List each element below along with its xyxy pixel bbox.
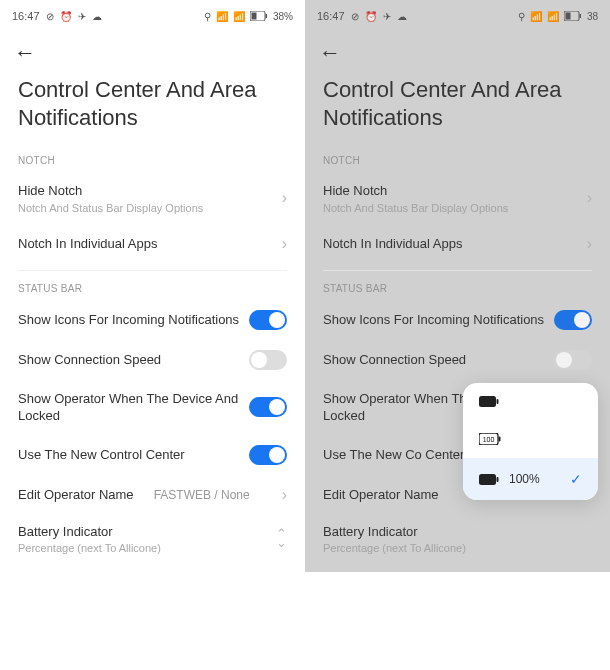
wifi-icon: 📶 — [233, 11, 245, 22]
svg-text:100: 100 — [483, 436, 495, 443]
status-right: ⚲ 📶 📶 38% — [204, 11, 293, 22]
cloud-icon: ☁ — [397, 11, 407, 22]
svg-rect-12 — [497, 477, 499, 482]
edit-operator-label: Edit Operator Name — [18, 486, 134, 504]
svg-rect-6 — [479, 396, 496, 407]
battery-indicator-popup: 100 100% ✓ — [463, 383, 598, 500]
page-title: Control Center And Area Notifications — [18, 76, 287, 131]
battery-indicator-label: Battery Indicator — [323, 523, 592, 541]
status-right: ⚲ 📶 📶 38 — [518, 11, 598, 22]
battery-indicator-row[interactable]: Battery Indicator Percentage (next To Al… — [305, 515, 610, 573]
show-icons-row[interactable]: Show Icons For Incoming Notifications — [0, 300, 305, 340]
hide-notch-row[interactable]: Hide Notch Notch And Status Bar Display … — [305, 172, 610, 224]
screen-left: 16:47 ⊘ ⏰ ✈ ☁ ⚲ 📶 📶 38% ← Control Center… — [0, 0, 305, 572]
hide-notch-sub: Notch And Status Bar Display Options — [323, 202, 579, 214]
chevron-right-icon: › — [587, 235, 592, 253]
notch-individual-row[interactable]: Notch In Individual Apps › — [305, 224, 610, 264]
hide-notch-row[interactable]: Hide Notch Notch And Status Bar Display … — [0, 172, 305, 224]
hide-notch-label: Hide Notch — [323, 182, 579, 200]
battery-indicator-label: Battery Indicator — [18, 523, 276, 541]
back-arrow-icon[interactable]: ← — [319, 40, 341, 65]
show-icons-toggle[interactable] — [249, 310, 287, 330]
battery-pct: 38 — [587, 11, 598, 22]
conn-speed-toggle[interactable] — [249, 350, 287, 370]
svg-rect-4 — [565, 13, 570, 20]
edit-operator-label: Edit Operator Name — [323, 486, 439, 504]
notch-individual-row[interactable]: Notch In Individual Apps › — [0, 224, 305, 264]
popup-option-text: 100% — [509, 472, 540, 486]
operator-locked-row[interactable]: Show Operator When The Device And Locked — [0, 380, 305, 435]
notch-individual-label: Notch In Individual Apps — [18, 235, 274, 253]
telegram-icon: ✈ — [78, 11, 86, 22]
alarm-icon: ⏰ — [60, 11, 72, 22]
new-cc-row[interactable]: Use The New Control Center — [0, 435, 305, 475]
svg-rect-1 — [251, 13, 256, 20]
status-time: 16:47 — [317, 10, 345, 22]
status-left: 16:47 ⊘ ⏰ ✈ ☁ — [12, 10, 102, 22]
svg-rect-5 — [579, 14, 581, 18]
hide-notch-label: Hide Notch — [18, 182, 274, 200]
screen-right: 16:47 ⊘ ⏰ ✈ ☁ ⚲ 📶 📶 38 ← Control Center … — [305, 0, 610, 572]
section-statusbar-label: STATUS BAR — [0, 277, 305, 300]
notch-individual-label: Notch In Individual Apps — [323, 235, 579, 253]
conn-speed-toggle[interactable] — [554, 350, 592, 370]
battery-indicator-sub: Percentage (next To Allicone) — [18, 542, 276, 554]
signal-icon: 📶 — [530, 11, 542, 22]
edit-operator-value: FASTWEB / None — [154, 488, 250, 502]
cloud-icon: ☁ — [92, 11, 102, 22]
section-statusbar-label: STATUS BAR — [305, 277, 610, 300]
popup-option-pct-next[interactable]: 100% ✓ — [463, 458, 598, 500]
updown-icon: ⌃⌄ — [276, 529, 287, 547]
conn-speed-label: Show Connection Speed — [18, 351, 161, 369]
conn-speed-row[interactable]: Show Connection Speed — [0, 340, 305, 380]
show-icons-label: Show Icons For Incoming Notifications — [18, 311, 239, 329]
check-icon: ✓ — [570, 471, 582, 487]
chevron-right-icon: › — [282, 486, 287, 504]
nav-bar: ← — [0, 32, 305, 76]
alarm-icon: ⏰ — [365, 11, 377, 22]
back-arrow-icon[interactable]: ← — [14, 40, 36, 65]
battery-full-icon — [479, 396, 499, 407]
battery-icon — [564, 11, 582, 21]
signal-icon: 📶 — [216, 11, 228, 22]
bluetooth-icon: ⚲ — [204, 11, 211, 22]
battery-pct: 38% — [273, 11, 293, 22]
divider — [323, 270, 592, 271]
battery-indicator-sub: Percentage (next To Allicone) — [323, 542, 592, 554]
new-cc-label: Use The New Co Center — [323, 446, 464, 464]
status-time: 16:47 — [12, 10, 40, 22]
conn-speed-row[interactable]: Show Connection Speed — [305, 340, 610, 380]
chevron-right-icon: › — [587, 189, 592, 207]
status-bar: 16:47 ⊘ ⏰ ✈ ☁ ⚲ 📶 📶 38 — [305, 0, 610, 32]
show-icons-toggle[interactable] — [554, 310, 592, 330]
battery-icon — [250, 11, 268, 21]
status-bar: 16:47 ⊘ ⏰ ✈ ☁ ⚲ 📶 📶 38% — [0, 0, 305, 32]
new-cc-toggle[interactable] — [249, 445, 287, 465]
battery-full-icon — [479, 474, 499, 485]
battery-pct-inside-icon: 100 — [479, 433, 501, 445]
wifi-icon: 📶 — [547, 11, 559, 22]
show-icons-row[interactable]: Show Icons For Incoming Notifications — [305, 300, 610, 340]
page-title: Control Center And Area Notifications — [323, 76, 592, 131]
operator-locked-label: Show Operator When The Device And Locked — [18, 390, 241, 425]
edit-operator-row[interactable]: Edit Operator Name FASTWEB / None › — [0, 475, 305, 515]
new-cc-label: Use The New Control Center — [18, 446, 185, 464]
popup-option-pct-inside[interactable]: 100 — [463, 420, 598, 458]
hide-notch-sub: Notch And Status Bar Display Options — [18, 202, 274, 214]
section-notch-label: NOTCH — [0, 149, 305, 172]
svg-rect-11 — [479, 474, 496, 485]
chevron-right-icon: › — [282, 189, 287, 207]
operator-locked-toggle[interactable] — [249, 397, 287, 417]
svg-rect-2 — [265, 14, 267, 18]
svg-rect-9 — [499, 437, 501, 442]
dnd-icon: ⊘ — [351, 11, 359, 22]
section-notch-label: NOTCH — [305, 149, 610, 172]
show-icons-label: Show Icons For Incoming Notifications — [323, 311, 544, 329]
battery-indicator-row[interactable]: Battery Indicator Percentage (next To Al… — [0, 515, 305, 573]
chevron-right-icon: › — [282, 235, 287, 253]
dnd-icon: ⊘ — [46, 11, 54, 22]
nav-bar: ← — [305, 32, 610, 76]
divider — [18, 270, 287, 271]
popup-option-icon-only[interactable] — [463, 383, 598, 420]
status-left: 16:47 ⊘ ⏰ ✈ ☁ — [317, 10, 407, 22]
